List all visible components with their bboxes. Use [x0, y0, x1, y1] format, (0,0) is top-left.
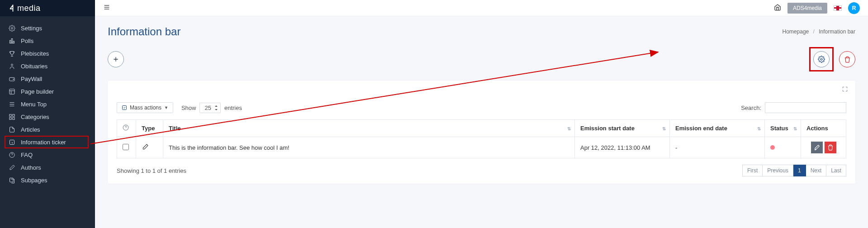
table-info: Showing 1 to 1 of 1 entries [117, 167, 186, 174]
page-last[interactable]: Last [826, 165, 846, 176]
sidebar-nav: Settings Polls Plebiscites Obituaries Pa… [0, 16, 95, 186]
show-label: Show [181, 104, 196, 111]
question-icon [123, 124, 129, 131]
breadcrumb-current: Information bar [819, 28, 855, 35]
svg-rect-9 [12, 114, 14, 116]
sidebar-item-label: Obituaries [21, 63, 47, 70]
person-icon [8, 62, 15, 70]
plus-icon [112, 56, 119, 63]
svg-rect-2 [11, 38, 13, 43]
header-end-date[interactable]: Emission end date [670, 120, 765, 137]
page-number[interactable]: 1 [793, 165, 806, 176]
delete-all-button[interactable] [839, 51, 855, 67]
add-button[interactable] [108, 51, 124, 67]
settings-highlight-box [809, 47, 834, 71]
svg-point-6 [13, 79, 14, 80]
sidebar-item-label: Articles [21, 126, 40, 133]
page-size-value: 25 [204, 104, 211, 111]
sidebar: media Settings Polls Plebiscites Obituar… [0, 0, 95, 228]
grid-icon [8, 113, 15, 120]
user-avatar[interactable]: R [848, 2, 860, 14]
search-input[interactable] [765, 102, 846, 113]
svg-point-4 [11, 64, 13, 66]
entries-label: entries [224, 104, 242, 111]
sidebar-item-label: Categories [21, 114, 49, 120]
sidebar-item-plebiscites[interactable]: Plebiscites [0, 47, 95, 60]
header-help [117, 120, 136, 137]
page-size-select[interactable]: 25 [199, 103, 220, 113]
trash-icon [844, 56, 851, 63]
language-flag-uk[interactable] [834, 5, 842, 11]
edit-row-button[interactable] [811, 142, 823, 153]
sidebar-item-label: Subpages [21, 177, 47, 184]
mass-actions-label: Mass actions [130, 104, 161, 111]
sidebar-item-information-ticker[interactable]: Information ticker [0, 136, 95, 148]
breadcrumb-home[interactable]: Homepage [783, 28, 809, 35]
wallet-icon [8, 75, 15, 82]
sidebar-toggle-button[interactable] [103, 4, 110, 12]
page-prev[interactable]: Previous [763, 165, 793, 176]
row-select-cell [117, 137, 136, 158]
page-title: Information bar [108, 25, 180, 38]
data-table: Type Title Emission start date Emission … [117, 119, 846, 158]
info-icon [8, 138, 15, 146]
sidebar-item-label: Page builder [21, 88, 54, 95]
svg-rect-11 [12, 117, 14, 119]
sidebar-item-label: Authors [21, 164, 41, 171]
trash-icon [827, 144, 834, 151]
edit-icon [814, 144, 820, 151]
row-checkbox[interactable] [123, 144, 129, 150]
ads-button[interactable]: ADS4media [787, 3, 827, 14]
header-start-date[interactable]: Emission start date [575, 120, 670, 137]
sidebar-item-subpages[interactable]: Subpages [0, 174, 95, 186]
svg-point-15 [821, 58, 822, 60]
page-first[interactable]: First [742, 165, 763, 176]
row-type-cell [136, 137, 163, 158]
header-status[interactable]: Status [765, 120, 801, 137]
sidebar-item-authors[interactable]: Authors [0, 161, 95, 174]
delete-row-button[interactable] [825, 142, 836, 153]
brand-logo[interactable]: media [0, 0, 95, 16]
menu-icon [8, 100, 15, 108]
sidebar-item-menu-top[interactable]: Menu Top [0, 98, 95, 110]
paginator: First Previous 1 Next Last [742, 165, 846, 176]
trophy-icon [8, 50, 15, 57]
row-end-cell: - [670, 137, 765, 158]
mass-actions-dropdown[interactable]: Mass actions ▼ [117, 102, 173, 113]
page-next[interactable]: Next [806, 165, 827, 176]
sidebar-item-articles[interactable]: Articles [0, 123, 95, 136]
svg-rect-7 [9, 89, 14, 94]
page-toolbar [108, 47, 855, 71]
status-indicator [770, 145, 775, 150]
panel-controls: Mass actions ▼ Show 25 entries Search: [117, 102, 846, 113]
row-title-cell: This is the information bar. See how coo… [163, 137, 575, 158]
pages-icon [8, 176, 15, 184]
table-header-row: Type Title Emission start date Emission … [117, 120, 846, 137]
sidebar-item-paywall[interactable]: PayWall [0, 72, 95, 85]
sidebar-item-obituaries[interactable]: Obituaries [0, 60, 95, 72]
brand-text: media [17, 4, 41, 13]
page-header: Information bar Homepage / Information b… [108, 25, 855, 38]
breadcrumb: Homepage / Information bar [783, 28, 855, 35]
page-size-control: Show 25 entries [181, 103, 242, 113]
sidebar-item-polls[interactable]: Polls [0, 34, 95, 47]
gear-icon [818, 56, 825, 63]
sidebar-item-faq[interactable]: FAQ [0, 148, 95, 161]
sidebar-item-label: Menu Top [21, 101, 47, 108]
home-icon [774, 4, 781, 11]
svg-rect-10 [9, 117, 11, 119]
sidebar-item-settings[interactable]: Settings [0, 22, 95, 34]
sidebar-item-label: Settings [21, 25, 42, 32]
header-title[interactable]: Title [163, 120, 575, 137]
home-button[interactable] [774, 4, 781, 12]
logo-four-icon [8, 4, 16, 12]
topbar: ADS4media R [95, 0, 868, 16]
sidebar-item-categories[interactable]: Categories [0, 110, 95, 123]
header-type[interactable]: Type [136, 120, 163, 137]
svg-rect-3 [13, 41, 14, 43]
settings-button[interactable] [813, 51, 830, 67]
sidebar-item-page-builder[interactable]: Page builder [0, 85, 95, 98]
sidebar-item-label: Information ticker [21, 139, 66, 146]
breadcrumb-separator: / [813, 28, 815, 35]
fullscreen-button[interactable] [842, 86, 848, 94]
